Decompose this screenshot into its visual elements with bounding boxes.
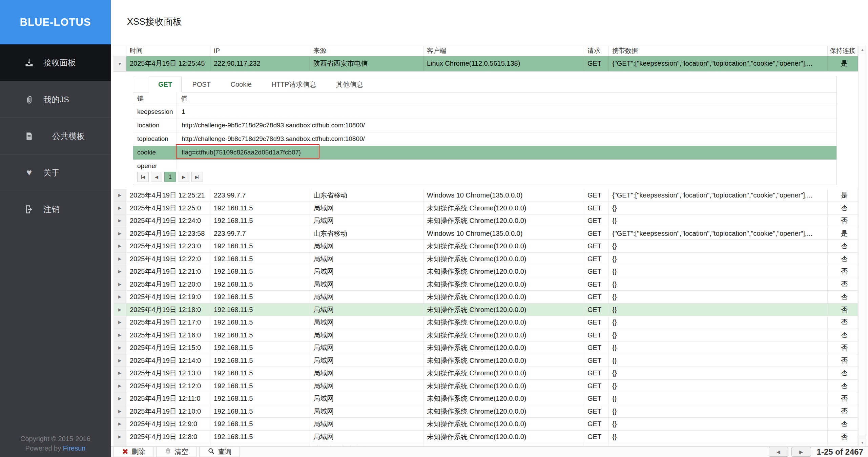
- table-row[interactable]: ▶2025年4月19日 12:25:0192.168.11.5局域网未知操作系统…: [113, 202, 858, 215]
- delete-button[interactable]: ✖ 删除: [113, 447, 153, 457]
- tab-get[interactable]: GET: [149, 77, 182, 92]
- table-row[interactable]: ▶2025年4月19日 12:17:0192.168.11.5局域网未知操作系统…: [113, 316, 858, 329]
- copyright: Copyright © 2015-2016 Powered by Firesun: [0, 434, 111, 453]
- first-page-button[interactable]: ◀: [137, 172, 149, 182]
- cell-time: 2025年4月19日 12:9:0: [126, 418, 210, 430]
- inbox-download-icon: [24, 58, 35, 67]
- clear-button-label: 清空: [174, 447, 188, 456]
- page-prev-button[interactable]: ◀: [769, 447, 788, 457]
- selected-table-row[interactable]: ▼ 2025年4月19日 12:25:45 222.90.117.232 陕西省…: [113, 56, 858, 71]
- scroll-down-button[interactable]: ▼: [859, 439, 866, 446]
- row-expander[interactable]: ▶: [113, 240, 126, 252]
- cell-keep: 否: [828, 329, 858, 341]
- cell-time: 2025年4月19日 12:20:0: [126, 278, 210, 291]
- page-number-button[interactable]: 1: [164, 172, 176, 182]
- tab-post[interactable]: POST: [183, 77, 220, 92]
- kv-value: http://challenge-9b8c718d29c78d93.sandbo…: [177, 119, 836, 132]
- column-header-ip[interactable]: IP: [210, 46, 310, 56]
- table-row[interactable]: ▶2025年4月19日 12:21:0192.168.11.5局域网未知操作系统…: [113, 265, 858, 278]
- column-header-time[interactable]: 时间: [126, 46, 210, 56]
- table-row[interactable]: ▶2025年4月19日 12:8:0192.168.11.5局域网未知操作系统 …: [113, 431, 858, 443]
- column-header-method[interactable]: 请求: [584, 46, 609, 56]
- sidebar-item-about[interactable]: ♥ 关于: [0, 154, 111, 191]
- table-row[interactable]: ▶2025年4月19日 12:14:0192.168.11.5局域网未知操作系统…: [113, 354, 858, 367]
- kv-row-location[interactable]: location http://challenge-9b8c718d29c78d…: [133, 119, 836, 132]
- kv-row-keepsession[interactable]: keepsession 1: [133, 105, 836, 119]
- prev-page-button[interactable]: ◀: [151, 172, 162, 182]
- cell-method: GET: [584, 405, 609, 418]
- row-expander[interactable]: ▶: [113, 418, 126, 430]
- kv-row-cookie-flag[interactable]: cookie flag=ctfhub{75109c826aa2d05d1a7fc…: [133, 146, 836, 160]
- cell-client: 未知操作系统 Chrome(120.0.0.0): [423, 202, 584, 214]
- row-expander[interactable]: ▶: [113, 202, 126, 214]
- scroll-up-button[interactable]: ▲: [859, 46, 866, 53]
- table-row[interactable]: ▶2025年4月19日 12:18:0192.168.11.5局域网未知操作系统…: [113, 304, 858, 316]
- row-expander[interactable]: ▶: [113, 380, 126, 392]
- detail-panel: GET POST Cookie HTTP请求信息 其他信息 键 值 keepse…: [133, 76, 837, 185]
- first-page-bar-icon: [141, 175, 142, 179]
- row-expander[interactable]: ▶: [113, 253, 126, 265]
- sidebar-item-logout[interactable]: 注销: [0, 191, 111, 227]
- vertical-scrollbar[interactable]: ▲ ▼: [859, 46, 866, 446]
- row-expander[interactable]: ▶: [113, 265, 126, 278]
- row-expander[interactable]: ▶: [113, 189, 126, 202]
- row-expander[interactable]: ▶: [113, 304, 126, 316]
- firesun-link[interactable]: Firesun: [63, 444, 86, 452]
- next-page-button[interactable]: ▶: [178, 172, 189, 182]
- row-expander[interactable]: ▶: [113, 341, 126, 354]
- table-row[interactable]: ▶2025年4月19日 12:15:0192.168.11.5局域网未知操作系统…: [113, 341, 858, 354]
- tab-cookie[interactable]: Cookie: [221, 77, 261, 92]
- column-header-source[interactable]: 来源: [310, 46, 423, 56]
- cell-keep: 是: [828, 227, 858, 240]
- row-expander[interactable]: ▶: [113, 291, 126, 303]
- cell-ip: 192.168.11.5: [210, 418, 310, 430]
- sidebar-item-public-templates[interactable]: 公共模板: [0, 118, 111, 154]
- table-row[interactable]: ▶2025年4月19日 12:13:0192.168.11.5局域网未知操作系统…: [113, 367, 858, 380]
- table-row[interactable]: ▶2025年4月19日 12:22:0192.168.11.5局域网未知操作系统…: [113, 253, 858, 266]
- row-expander[interactable]: ▶: [113, 316, 126, 329]
- scrollbar-thumb[interactable]: [859, 54, 866, 436]
- table-row[interactable]: ▶2025年4月19日 12:25:21223.99.7.7山东省移动Windo…: [113, 189, 858, 202]
- column-header-keepalive[interactable]: 保持连接: [828, 46, 858, 56]
- kv-row-toplocation[interactable]: toplocation http://challenge-9b8c718d29c…: [133, 132, 836, 146]
- last-page-button[interactable]: ▶: [191, 172, 203, 182]
- cell-data: {"GET":["keepsession","location","toploc…: [609, 227, 828, 240]
- table-row[interactable]: ▶2025年4月19日 12:23:58223.99.7.7山东省移动Windo…: [113, 227, 858, 240]
- row-expander[interactable]: ▶: [113, 392, 126, 405]
- table-row[interactable]: ▶2025年4月19日 12:10:0192.168.11.5局域网未知操作系统…: [113, 405, 858, 418]
- row-expander[interactable]: ▶: [113, 227, 126, 240]
- row-expander[interactable]: ▶: [113, 354, 126, 367]
- table-row[interactable]: ▶2025年4月19日 12:11:0192.168.11.5局域网未知操作系统…: [113, 392, 858, 405]
- table-row[interactable]: ▶2025年4月19日 12:23:0192.168.11.5局域网未知操作系统…: [113, 240, 858, 253]
- table-row[interactable]: ▶2025年4月19日 12:16:0192.168.11.5局域网未知操作系统…: [113, 329, 858, 342]
- row-expander[interactable]: ▶: [113, 367, 126, 379]
- row-expander[interactable]: ▶: [113, 405, 126, 418]
- cell-data: {}: [609, 278, 828, 291]
- kv-key: opener: [133, 160, 177, 170]
- row-expander[interactable]: ▶: [113, 431, 126, 443]
- sidebar-item-label: 接收面板: [43, 57, 76, 68]
- table-row[interactable]: ▶2025年4月19日 12:24:0192.168.11.5局域网未知操作系统…: [113, 214, 858, 227]
- column-header-data[interactable]: 携带数据: [609, 46, 828, 56]
- tab-http-request-info[interactable]: HTTP请求信息: [262, 77, 325, 92]
- tab-other-info[interactable]: 其他信息: [327, 77, 372, 92]
- cell-source: 局域网: [310, 329, 423, 341]
- table-row[interactable]: ▶2025年4月19日 12:19:0192.168.11.5局域网未知操作系统…: [113, 291, 858, 304]
- query-button[interactable]: 查询: [199, 447, 240, 457]
- row-expander-open[interactable]: ▼: [113, 56, 126, 71]
- column-header-client[interactable]: 客户端: [423, 46, 584, 56]
- row-expander[interactable]: ▶: [113, 278, 126, 291]
- cell-ip: 192.168.11.5: [210, 392, 310, 405]
- page-next-button[interactable]: ▶: [791, 447, 811, 457]
- clear-button[interactable]: 清空: [156, 447, 197, 457]
- cell-source: 局域网: [310, 354, 423, 367]
- row-expander[interactable]: ▶: [113, 329, 126, 341]
- kv-row-opener[interactable]: opener: [133, 160, 836, 170]
- table-row[interactable]: ▶2025年4月19日 12:20:0192.168.11.5局域网未知操作系统…: [113, 278, 858, 291]
- row-expander[interactable]: ▶: [113, 214, 126, 227]
- sidebar-item-receive-panel[interactable]: 接收面板: [0, 44, 111, 81]
- cell-keep: 是: [828, 189, 858, 202]
- table-row[interactable]: ▶2025年4月19日 12:12:0192.168.11.5局域网未知操作系统…: [113, 380, 858, 393]
- table-row[interactable]: ▶2025年4月19日 12:9:0192.168.11.5局域网未知操作系统 …: [113, 418, 858, 431]
- sidebar-item-my-js[interactable]: 我的JS: [0, 81, 111, 118]
